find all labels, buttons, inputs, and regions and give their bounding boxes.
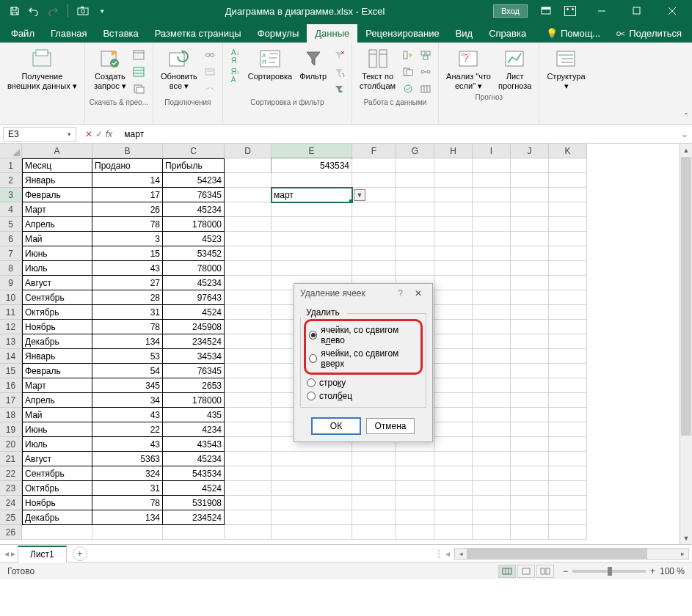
cell[interactable]	[434, 246, 473, 261]
cell[interactable]	[225, 437, 272, 452]
zoom-slider[interactable]	[572, 570, 646, 573]
forecast-sheet-button[interactable]: Лист прогноза	[495, 45, 534, 92]
clear-filter-button[interactable]	[331, 47, 347, 63]
column-header[interactable]: G	[396, 144, 434, 158]
cell[interactable]	[396, 202, 434, 217]
cell[interactable]	[225, 305, 272, 320]
row-header[interactable]: 18	[0, 408, 22, 422]
cell[interactable]	[473, 232, 511, 246]
zoom-level[interactable]: 100 %	[660, 566, 685, 576]
cell[interactable]	[225, 173, 272, 188]
cell[interactable]	[511, 246, 549, 261]
outline-button[interactable]: Структура ▾	[544, 45, 588, 92]
cell[interactable]	[225, 334, 272, 349]
cell[interactable]	[434, 290, 473, 305]
cell[interactable]: Март	[22, 202, 92, 217]
cell[interactable]	[549, 158, 587, 173]
cancel-button[interactable]: Отмена	[366, 418, 415, 434]
cell[interactable]: Продано	[92, 158, 163, 173]
cell[interactable]	[473, 349, 511, 364]
cell[interactable]	[549, 452, 587, 466]
cell[interactable]: 543534	[163, 466, 225, 481]
cell[interactable]: 324	[92, 466, 163, 481]
cell[interactable]	[396, 452, 434, 466]
cell[interactable]	[225, 320, 272, 334]
cell[interactable]: Май	[22, 408, 92, 422]
cell[interactable]	[549, 305, 587, 320]
cell[interactable]: Июль	[22, 261, 92, 276]
tab-главная[interactable]: Главная	[43, 24, 95, 43]
sort-za-button[interactable]: Я↓A	[227, 67, 244, 84]
row-header[interactable]: 5	[0, 217, 22, 232]
cell[interactable]: Июнь	[22, 422, 92, 437]
cell[interactable]	[549, 276, 587, 290]
row-header[interactable]: 12	[0, 320, 22, 334]
cell[interactable]	[434, 188, 473, 202]
cell[interactable]	[434, 364, 473, 378]
radio-entire-column[interactable]: столбец	[307, 389, 420, 403]
cell[interactable]	[434, 305, 473, 320]
cell[interactable]	[225, 481, 272, 496]
cell[interactable]: Сентябрь	[22, 290, 92, 305]
cell[interactable]	[549, 232, 587, 246]
cell[interactable]	[473, 481, 511, 496]
redo-icon[interactable]	[47, 5, 59, 17]
text-to-columns-button[interactable]: Текст по столбцам	[357, 45, 398, 97]
cell[interactable]	[434, 320, 473, 334]
properties-button[interactable]	[202, 64, 218, 80]
cell[interactable]	[352, 261, 396, 276]
from-table-button[interactable]	[131, 64, 147, 80]
cell[interactable]: Март	[22, 378, 92, 393]
cell[interactable]: 43	[92, 408, 163, 422]
cell[interactable]: 345	[92, 378, 163, 393]
row-header[interactable]: 22	[0, 466, 22, 481]
cell[interactable]	[511, 481, 549, 496]
cell[interactable]: 53	[92, 349, 163, 364]
cell[interactable]: 134	[92, 334, 163, 349]
radio-shift-left[interactable]: ячейки, со сдвигом влево	[309, 323, 418, 347]
cell[interactable]	[473, 320, 511, 334]
cell[interactable]	[434, 158, 473, 173]
cell[interactable]: Октябрь	[22, 305, 92, 320]
cell[interactable]	[549, 437, 587, 452]
cell[interactable]	[473, 188, 511, 202]
cell[interactable]: 234524	[163, 334, 225, 349]
cell[interactable]: Апрель	[22, 217, 92, 232]
cancel-entry-icon[interactable]: ✕	[85, 129, 92, 139]
cell[interactable]	[272, 525, 352, 540]
cell[interactable]	[225, 364, 272, 378]
cell[interactable]	[511, 452, 549, 466]
cell[interactable]	[434, 481, 473, 496]
cell[interactable]	[511, 422, 549, 437]
cell[interactable]	[272, 496, 352, 510]
cell[interactable]: 54	[92, 364, 163, 378]
cell[interactable]	[473, 334, 511, 349]
cell[interactable]	[272, 202, 352, 217]
cell[interactable]: 76345	[163, 188, 225, 202]
cell[interactable]	[473, 246, 511, 261]
row-header[interactable]: 24	[0, 496, 22, 510]
cell[interactable]	[225, 466, 272, 481]
cell[interactable]	[225, 217, 272, 232]
cell[interactable]: Август	[22, 452, 92, 466]
cell[interactable]	[549, 188, 587, 202]
confirm-entry-icon[interactable]: ✓	[95, 129, 103, 139]
cell[interactable]: 43543	[163, 437, 225, 452]
cell[interactable]	[225, 290, 272, 305]
cell[interactable]: 78	[92, 320, 163, 334]
cell[interactable]: 28	[92, 290, 163, 305]
scroll-left-icon[interactable]: ◂	[455, 549, 467, 559]
cell[interactable]: Декабрь	[22, 334, 92, 349]
row-header[interactable]: 2	[0, 173, 22, 188]
row-header[interactable]: 16	[0, 378, 22, 393]
dialog-help-icon[interactable]: ?	[398, 288, 403, 298]
cell[interactable]	[549, 466, 587, 481]
cell[interactable]: 78	[92, 496, 163, 510]
zoom-in-button[interactable]: +	[650, 566, 655, 576]
cell[interactable]: 4523	[163, 232, 225, 246]
row-header[interactable]: 9	[0, 276, 22, 290]
cell[interactable]: Январь	[22, 349, 92, 364]
cell[interactable]: 31	[92, 481, 163, 496]
cell[interactable]	[352, 452, 396, 466]
cell[interactable]	[225, 158, 272, 173]
